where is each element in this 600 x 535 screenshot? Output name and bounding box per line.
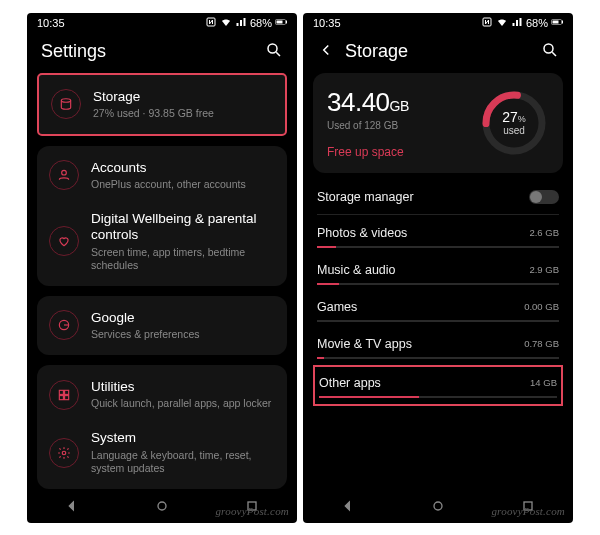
svg-rect-3 <box>286 20 287 23</box>
usage-ring: 27% used <box>479 88 549 158</box>
svg-rect-2 <box>277 20 283 23</box>
progress-bar <box>317 357 559 359</box>
svg-rect-9 <box>65 390 69 394</box>
row-title: Music & audio <box>317 263 396 277</box>
wifi-icon <box>220 16 232 30</box>
svg-point-19 <box>544 44 553 53</box>
nav-back-icon[interactable] <box>340 498 356 518</box>
svg-rect-18 <box>562 20 563 23</box>
svg-point-13 <box>158 502 166 510</box>
ring-pct-unit: % <box>518 114 526 124</box>
row-value: 2.6 GB <box>529 227 559 238</box>
progress-bar <box>317 283 559 285</box>
nav-bar: groovyPost.com <box>27 493 297 523</box>
battery-pct: 68% <box>526 17 548 29</box>
system-icon <box>49 438 79 468</box>
phone-left: 10:35 68% Settings <box>27 13 297 523</box>
storage-manager-toggle[interactable] <box>529 190 559 204</box>
battery-icon <box>275 16 287 30</box>
page-title: Storage <box>345 41 408 62</box>
row-title: Storage <box>93 89 273 105</box>
category-games[interactable]: Games 0.00 GB <box>317 291 559 328</box>
svg-point-4 <box>268 44 277 53</box>
signal-icon <box>235 16 247 30</box>
used-value: 34.40 <box>327 87 390 117</box>
settings-group-google: Google Services & preferences <box>37 296 287 355</box>
phone-right: 10:35 68% <box>303 13 573 523</box>
row-title: Photos & videos <box>317 226 407 240</box>
watermark: groovyPost.com <box>491 505 565 517</box>
storage-summary: 34.40GB Used of 128 GB Free up space 27%… <box>313 73 563 173</box>
settings-item-google[interactable]: Google Services & preferences <box>37 300 287 351</box>
svg-rect-10 <box>59 395 63 399</box>
wellbeing-icon <box>49 226 79 256</box>
progress-bar <box>317 246 559 248</box>
row-sub: Quick launch, parallel apps, app locker <box>91 397 275 410</box>
free-up-space-link[interactable]: Free up space <box>327 145 469 159</box>
row-title: Storage manager <box>317 190 414 204</box>
settings-item-utilities[interactable]: Utilities Quick launch, parallel apps, a… <box>37 369 287 420</box>
header: Storage <box>303 33 573 69</box>
row-sub: Language & keyboard, time, reset, system… <box>91 449 275 475</box>
used-amount: 34.40GB <box>327 87 469 118</box>
svg-point-12 <box>62 451 66 455</box>
row-title: Games <box>317 300 357 314</box>
divider <box>317 214 559 215</box>
signal-icon <box>511 16 523 30</box>
row-title: System <box>91 430 275 446</box>
ring-label: used <box>503 125 525 136</box>
svg-point-5 <box>61 99 70 103</box>
svg-rect-11 <box>65 395 69 399</box>
back-icon[interactable] <box>317 41 335 63</box>
row-value: 0.78 GB <box>524 338 559 349</box>
storage-icon <box>51 89 81 119</box>
nav-home-icon[interactable] <box>154 498 170 518</box>
settings-item-accounts[interactable]: Accounts OnePlus account, other accounts <box>37 150 287 201</box>
row-value: 14 GB <box>530 377 557 388</box>
utilities-icon <box>49 380 79 410</box>
nfc-icon <box>205 16 217 30</box>
row-title: Movie & TV apps <box>317 337 412 351</box>
used-sub: Used of 128 GB <box>327 120 469 131</box>
accounts-icon <box>49 160 79 190</box>
settings-group-accounts: Accounts OnePlus account, other accounts… <box>37 146 287 286</box>
row-sub: OnePlus account, other accounts <box>91 178 275 191</box>
category-other-apps[interactable]: Other apps 14 GB <box>313 365 563 406</box>
settings-item-storage[interactable]: Storage 27% used · 93.85 GB free <box>37 73 287 136</box>
svg-rect-8 <box>59 390 63 394</box>
svg-point-6 <box>62 171 67 176</box>
status-bar: 10:35 68% <box>303 13 573 33</box>
wifi-icon <box>496 16 508 30</box>
row-value: 0.00 GB <box>524 301 559 312</box>
header: Settings <box>27 33 297 69</box>
row-title: Google <box>91 310 275 326</box>
category-photos[interactable]: Photos & videos 2.6 GB <box>317 217 559 254</box>
ring-pct: 27 <box>502 109 518 125</box>
row-value: 2.9 GB <box>529 264 559 275</box>
row-title: Digital Wellbeing & parental controls <box>91 211 275 243</box>
settings-group-system: Utilities Quick launch, parallel apps, a… <box>37 365 287 489</box>
row-title: Other apps <box>319 376 381 390</box>
settings-item-system[interactable]: System Language & keyboard, time, reset,… <box>37 420 287 484</box>
category-movie[interactable]: Movie & TV apps 0.78 GB <box>317 328 559 365</box>
progress-bar <box>317 320 559 322</box>
progress-bar <box>319 396 557 398</box>
nav-back-icon[interactable] <box>64 498 80 518</box>
nav-bar: groovyPost.com <box>303 493 573 523</box>
storage-manager-row[interactable]: Storage manager <box>317 181 559 210</box>
nav-home-icon[interactable] <box>430 498 446 518</box>
watermark: groovyPost.com <box>215 505 289 517</box>
row-title: Utilities <box>91 379 275 395</box>
settings-item-wellbeing[interactable]: Digital Wellbeing & parental controls Sc… <box>37 201 287 282</box>
clock: 10:35 <box>313 17 341 29</box>
used-unit: GB <box>390 98 409 114</box>
status-bar: 10:35 68% <box>27 13 297 33</box>
svg-rect-17 <box>553 20 559 23</box>
search-icon[interactable] <box>265 41 283 63</box>
category-music[interactable]: Music & audio 2.9 GB <box>317 254 559 291</box>
nfc-icon <box>481 16 493 30</box>
clock: 10:35 <box>37 17 65 29</box>
row-sub: Screen time, app timers, bedtime schedul… <box>91 246 275 272</box>
search-icon[interactable] <box>541 41 559 63</box>
page-title: Settings <box>41 41 106 62</box>
